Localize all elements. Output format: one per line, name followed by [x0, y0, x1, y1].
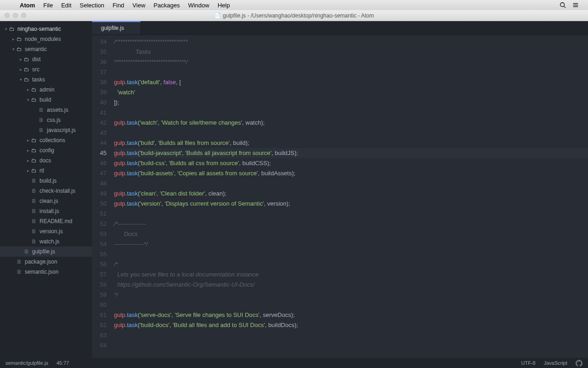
tree-file-install-js[interactable]: 🗎install.js [0, 206, 92, 216]
window-titlebar: 📄gulpfile.js - /Users/wanghao/desktop/ni… [0, 10, 588, 21]
tree-label: gulpfile.js [32, 248, 55, 255]
file-icon: 🗎 [31, 198, 37, 204]
tree-label: install.js [40, 208, 59, 214]
file-icon: 🗎 [31, 228, 37, 235]
tree-label: semantic [25, 46, 47, 52]
folder-icon: 🗀 [31, 97, 37, 103]
tree-folder-rtl[interactable]: ▸🗀rtl [0, 166, 92, 176]
tree-label: dist [32, 56, 41, 63]
window-close-button[interactable] [5, 13, 10, 18]
tree-folder-src[interactable]: ▸🗀src [0, 64, 92, 75]
notification-center-icon[interactable] [572, 2, 582, 8]
tree-folder-admin[interactable]: ▸🗀admin [0, 85, 92, 95]
window-zoom-button[interactable] [21, 13, 26, 18]
tree-file-check-install-js[interactable]: 🗎check-install.js [0, 186, 92, 196]
status-language[interactable]: JavaScript [544, 360, 567, 366]
folder-icon: 🗀 [24, 56, 29, 63]
tree-file-semantic-json[interactable]: 🗎semantic.json [0, 267, 92, 277]
folder-icon: 🗀 [17, 36, 22, 42]
help-menu[interactable]: Help [214, 2, 234, 9]
app-menu[interactable]: Atom [16, 2, 39, 9]
tree-file-package-json[interactable]: 🗎package.json [0, 257, 92, 267]
edit-menu[interactable]: Edit [57, 2, 75, 9]
chevron-right-icon[interactable]: ▸ [26, 148, 30, 153]
editor-text[interactable]: /******************************* Tasks**… [113, 35, 588, 358]
tree-label: README.md [40, 218, 72, 224]
folder-icon: 🗀 [31, 86, 37, 93]
tree-label: package.json [25, 259, 57, 265]
tree-file-assets-js[interactable]: 🗎assets.js [0, 105, 92, 115]
tree-root-label: ninghao-semantic [17, 26, 61, 32]
chevron-down-icon[interactable]: ▾ [18, 77, 23, 82]
file-icon: 🗎 [31, 178, 37, 184]
tree-folder-dist[interactable]: ▸🗀dist [0, 54, 92, 64]
tree-folder-build[interactable]: ▾🗀build [0, 95, 92, 105]
tree-file-version-js[interactable]: 🗎version.js [0, 226, 92, 236]
tree-label: rtl [40, 167, 44, 174]
tree-folder-tasks[interactable]: ▾🗀tasks [0, 75, 92, 85]
spotlight-search-icon[interactable] [560, 2, 569, 8]
tree-file-gulpfile-js[interactable]: 🗎gulpfile.js [0, 247, 92, 257]
chevron-down-icon[interactable]: ▾ [26, 98, 30, 102]
chevron-right-icon[interactable]: ▸ [26, 138, 30, 143]
tree-file-css-js[interactable]: 🗎css.js [0, 115, 92, 125]
status-encoding[interactable]: UTF-8 [521, 360, 535, 366]
tree-folder-collections[interactable]: ▸🗀collections [0, 135, 92, 145]
file-menu[interactable]: File [39, 2, 57, 9]
status-cursor-position[interactable]: 45:77 [57, 360, 69, 366]
selection-menu[interactable]: Selection [76, 2, 108, 9]
window-minimize-button[interactable] [13, 13, 18, 18]
status-bar: semantic/gulpfile.js 45:77 UTF-8 JavaScr… [0, 358, 588, 368]
tree-file-watch-js[interactable]: 🗎watch.js [0, 236, 92, 247]
tree-label: version.js [40, 228, 63, 235]
window-menu[interactable]: Window [184, 2, 213, 9]
tree-folder-docs[interactable]: ▸🗀docs [0, 155, 92, 166]
tab-title: gulpfile.js [101, 25, 124, 31]
tree-folder-config[interactable]: ▸🗀config [0, 145, 92, 155]
tree-label: assets.js [47, 107, 68, 113]
tree-folder-semantic[interactable]: ▾🗀semantic [0, 44, 92, 54]
chevron-right-icon[interactable]: ▸ [11, 37, 16, 41]
packages-menu[interactable]: Packages [149, 2, 184, 9]
tab-gulpfile-js[interactable]: gulpfile.js [92, 21, 141, 34]
text-editor[interactable]: 3435363738394041424344454647484950515253… [92, 35, 588, 358]
titlebar-file-icon: 📄 [214, 12, 221, 19]
tree-label: build.js [40, 178, 57, 184]
tree-folder-node-modules[interactable]: ▸🗀node_modules [0, 34, 92, 44]
folder-icon: 🗀 [31, 167, 37, 174]
file-icon: 🗎 [17, 259, 22, 265]
chevron-down-icon[interactable]: ▾ [11, 47, 16, 52]
tree-label: config [40, 147, 54, 154]
tree-label: build [40, 97, 51, 103]
tree-label: collections [40, 137, 65, 144]
traffic-lights [5, 13, 26, 18]
status-file-path[interactable]: semantic/gulpfile.js [6, 360, 48, 366]
chevron-right-icon[interactable]: ▸ [26, 87, 30, 92]
view-menu[interactable]: View [128, 2, 149, 9]
chevron-right-icon[interactable]: ▸ [26, 168, 30, 173]
file-icon: 🗎 [39, 107, 44, 113]
chevron-right-icon[interactable]: ▸ [18, 57, 23, 62]
svg-line-1 [564, 6, 566, 8]
github-icon[interactable] [576, 360, 582, 367]
folder-icon: 🗀 [31, 147, 37, 154]
tree-label: clean.js [40, 198, 58, 204]
tree-root[interactable]: ▾ 🗀 ninghao-semantic [0, 24, 92, 34]
tree-label: javascript.js [47, 127, 76, 133]
tree-file-build-js[interactable]: 🗎build.js [0, 176, 92, 186]
tree-label: css.js [47, 117, 61, 123]
tree-view[interactable]: ▾ 🗀 ninghao-semantic ▸🗀node_modules ▾🗀se… [0, 21, 92, 358]
window-title: gulpfile.js - /Users/wanghao/desktop/nin… [223, 12, 374, 19]
chevron-right-icon[interactable]: ▸ [18, 67, 23, 72]
chevron-down-icon[interactable]: ▾ [4, 27, 8, 31]
find-menu[interactable]: Find [108, 2, 128, 9]
folder-icon: 🗀 [24, 76, 29, 83]
file-icon: 🗎 [31, 188, 37, 194]
tree-file-javascript-js[interactable]: 🗎javascript.js [0, 125, 92, 135]
tree-file-clean-js[interactable]: 🗎clean.js [0, 196, 92, 206]
chevron-right-icon[interactable]: ▸ [26, 158, 30, 163]
folder-icon: 🗀 [31, 157, 37, 164]
file-icon: 🗎 [31, 208, 37, 214]
tree-file-readme-md[interactable]: 🗎README.md [0, 216, 92, 226]
file-icon: 🗎 [39, 117, 44, 123]
